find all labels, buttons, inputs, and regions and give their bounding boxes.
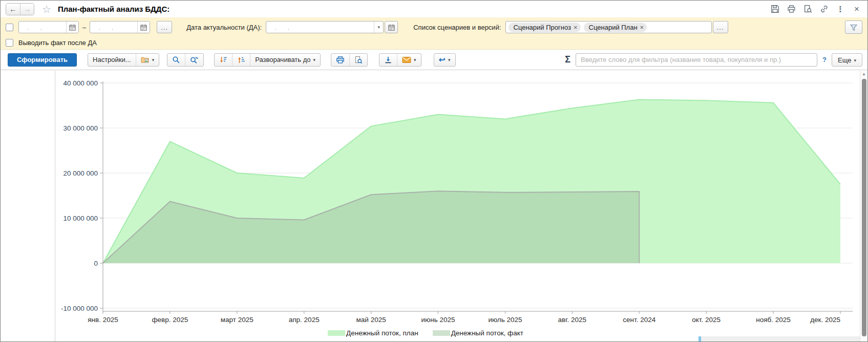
send-email-button[interactable]: ▾ <box>397 54 421 66</box>
scenarios-options-button[interactable]: ... <box>713 21 728 33</box>
totals-sigma-button[interactable]: Σ <box>565 54 570 65</box>
actuality-calendar-button[interactable] <box>385 21 398 33</box>
filter-row-fact: Выводить факт после ДА <box>6 37 97 48</box>
scenarios-tag-field[interactable]: Сценарий Прогноз × Сценарий План × <box>505 21 712 33</box>
legend-label: Денежный поток, план <box>346 329 418 337</box>
svg-text:-10 000 000: -10 000 000 <box>61 305 98 312</box>
svg-text:авг. 2025: авг. 2025 <box>558 316 587 324</box>
chevron-down-icon: ▾ <box>854 58 856 63</box>
cancel-search-button[interactable] <box>185 54 203 66</box>
more-actions-label: Еще <box>838 56 851 64</box>
calendar-icon <box>140 24 147 31</box>
scenario-chip[interactable]: Сценарий План × <box>584 23 647 32</box>
period-options-button[interactable]: ... <box>157 21 172 33</box>
print-group <box>331 53 368 67</box>
vertical-scrollbar-thumb[interactable] <box>862 79 866 336</box>
forward-button[interactable]: → <box>20 4 34 15</box>
chevron-down-icon: ▾ <box>152 57 155 62</box>
scenario-chip[interactable]: Сценарий Прогноз × <box>509 23 581 32</box>
back-button[interactable]: ← <box>6 4 20 15</box>
drill-down-button[interactable]: ↩ ▾ <box>434 54 455 66</box>
envelope-icon <box>402 56 411 63</box>
show-fact-checkbox[interactable] <box>6 39 13 47</box>
funnel-icon <box>850 24 858 31</box>
legend-swatch <box>433 330 450 336</box>
expand-rows-button[interactable] <box>232 54 250 66</box>
period-to-input[interactable] <box>90 24 137 31</box>
more-menu-button[interactable]: ⋮ <box>836 5 845 14</box>
filter-row-period: – ... Дата актуальности (ДА): ▾ Список с… <box>6 20 862 34</box>
period-range-dash: – <box>82 24 86 31</box>
scroll-up-arrow-icon[interactable]: ▲ <box>860 72 867 76</box>
svg-text:30 000 000: 30 000 000 <box>63 124 98 132</box>
svg-text:янв. 2025: янв. 2025 <box>88 316 118 324</box>
calendar-icon <box>69 24 76 31</box>
chevron-down-icon: ▾ <box>414 57 416 62</box>
actuality-date-label: Дата актуальности (ДА): <box>186 24 262 31</box>
legend-item-fact: Денежный поток, факт <box>433 329 523 337</box>
svg-text:июль 2025: июль 2025 <box>488 316 522 324</box>
actuality-date-input[interactable] <box>266 24 374 31</box>
period-from-field <box>18 21 79 33</box>
floppy-icon <box>771 5 779 13</box>
download-icon <box>384 56 392 64</box>
print-preview-button[interactable] <box>803 5 812 14</box>
collapse-rows-button[interactable] <box>215 54 232 66</box>
svg-text:февр. 2025: февр. 2025 <box>152 316 188 324</box>
save-result-button[interactable] <box>379 54 397 66</box>
window-actions: ⋮ × <box>770 5 862 14</box>
top-bar: ← → ☆ План-фактный анализ БДДС: ⋮ × <box>1 1 867 17</box>
svg-text:март 2025: март 2025 <box>221 316 253 324</box>
settings-button[interactable]: Настройки... <box>88 54 136 66</box>
filter-settings-button[interactable] <box>845 20 862 34</box>
actuality-date-field: ▾ <box>266 21 384 33</box>
link-icon <box>820 5 829 13</box>
svg-text:40 000 000: 40 000 000 <box>63 79 98 87</box>
show-fact-label: Выводить факт после ДА <box>18 39 97 47</box>
save-button[interactable] <box>770 5 779 14</box>
chip-remove-icon[interactable]: × <box>640 24 644 31</box>
chip-remove-icon[interactable]: × <box>574 24 578 31</box>
expand-group: Разворачивать до ▾ <box>214 53 321 67</box>
series-areas <box>103 100 840 263</box>
expand-to-button[interactable]: Разворачивать до ▾ <box>250 54 320 66</box>
report-variants-button[interactable]: ▾ <box>136 54 159 66</box>
export-group: ▾ <box>379 53 421 67</box>
favorite-star-icon[interactable]: ☆ <box>42 4 51 14</box>
sort-ascending-icon <box>237 56 245 64</box>
horizontal-scrollbar-thumb[interactable] <box>698 336 701 342</box>
actuality-dropdown-caret[interactable]: ▾ <box>374 22 383 33</box>
decrypt-group: ↩ ▾ <box>434 53 456 67</box>
period-from-input[interactable] <box>19 24 66 31</box>
vertical-scrollbar[interactable]: ▲ <box>860 71 867 341</box>
svg-text:сент. 2024: сент. 2024 <box>623 316 655 324</box>
search-button[interactable] <box>167 54 185 66</box>
search-group <box>167 53 204 67</box>
period-checkbox[interactable] <box>6 24 13 31</box>
quick-filter-input[interactable] <box>576 53 817 67</box>
more-actions-button[interactable]: Еще ▾ <box>832 54 862 67</box>
svg-text:0: 0 <box>94 260 98 267</box>
scenario-chip-label: Сценарий Прогноз <box>514 24 571 31</box>
period-from-calendar-button[interactable] <box>66 22 78 33</box>
print-report-button[interactable] <box>331 54 349 66</box>
page-magnifier-icon <box>803 5 812 13</box>
generate-button[interactable]: Сформировать <box>8 53 77 67</box>
undo-arrow-icon: ↩ <box>439 55 446 65</box>
legend-item-plan: Денежный поток, план <box>328 329 418 337</box>
help-button[interactable]: ? <box>822 56 827 63</box>
preview-report-button[interactable] <box>349 54 367 66</box>
cashflow-area-chart: -10 000 000010 000 00020 000 00030 000 0… <box>1 71 861 342</box>
search-reset-icon <box>190 56 199 64</box>
print-button[interactable] <box>787 5 796 14</box>
x-axis-labels: янв. 2025февр. 2025март 2025апр. 2025май… <box>88 316 840 324</box>
search-icon <box>172 56 180 64</box>
get-link-button[interactable] <box>819 5 829 14</box>
svg-text:дек. 2025: дек. 2025 <box>810 316 840 324</box>
forward-arrow-icon: → <box>24 5 31 13</box>
svg-text:нояб. 2025: нояб. 2025 <box>756 316 791 324</box>
calendar-icon <box>388 24 395 31</box>
period-to-calendar-button[interactable] <box>137 22 150 33</box>
horizontal-scrollbar[interactable] <box>698 336 860 342</box>
close-button[interactable]: × <box>852 5 861 14</box>
